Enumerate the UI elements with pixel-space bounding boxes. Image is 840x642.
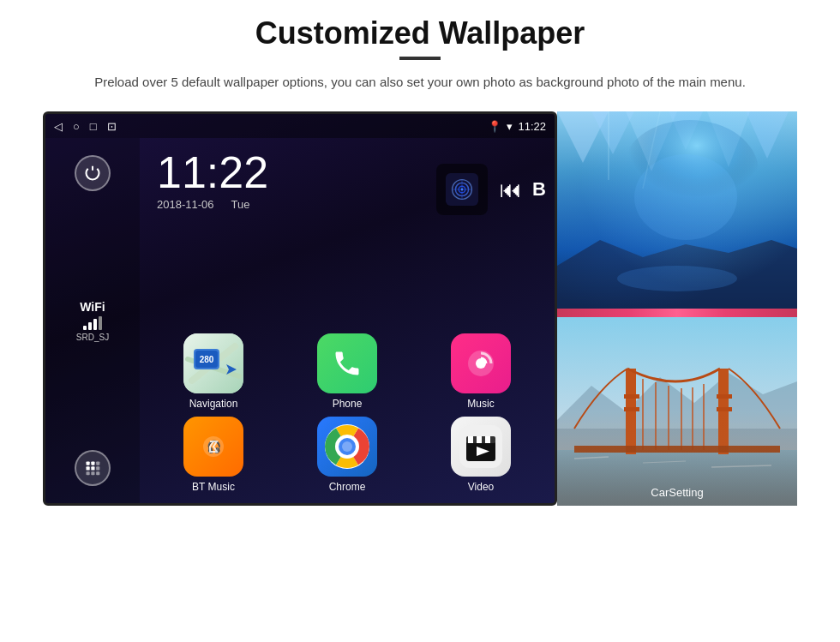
svg-rect-6 bbox=[87, 471, 90, 475]
svg-marker-42 bbox=[669, 111, 703, 150]
page-title: Customized Wallpaper bbox=[255, 15, 585, 51]
navigation-icon: 280 bbox=[183, 333, 243, 393]
app-item-phone[interactable]: Phone bbox=[284, 333, 411, 410]
svg-marker-41 bbox=[626, 111, 677, 171]
prev-track-icon[interactable]: ⏮ bbox=[500, 177, 522, 203]
svg-marker-53 bbox=[557, 429, 797, 454]
svg-rect-36 bbox=[485, 436, 490, 443]
svg-marker-47 bbox=[557, 240, 797, 309]
svg-marker-43 bbox=[707, 111, 750, 167]
svg-rect-2 bbox=[96, 462, 99, 465]
svg-marker-39 bbox=[557, 111, 609, 163]
chrome-icon bbox=[317, 417, 377, 477]
svg-line-57 bbox=[711, 465, 771, 467]
svg-rect-0 bbox=[87, 462, 90, 465]
status-bar-right: 📍 ▾ 11:22 bbox=[488, 120, 546, 133]
svg-rect-59 bbox=[718, 369, 729, 454]
content-area: ◁ ○ □ ⊡ 📍 ▾ 11:22 bbox=[43, 111, 797, 506]
middle-strip bbox=[557, 309, 797, 317]
svg-point-45 bbox=[621, 120, 759, 223]
music-label: Music bbox=[467, 398, 494, 410]
phone-icon bbox=[317, 333, 377, 393]
svg-line-55 bbox=[574, 457, 609, 459]
recent-nav-icon[interactable]: □ bbox=[90, 120, 97, 133]
svg-rect-35 bbox=[477, 436, 482, 443]
wifi-bar-1 bbox=[83, 326, 87, 330]
status-bar-left: ◁ ○ □ ⊡ bbox=[54, 120, 117, 133]
screenshot-nav-icon[interactable]: ⊡ bbox=[107, 120, 117, 133]
svg-point-46 bbox=[634, 154, 737, 240]
bt-music-label: BT Music bbox=[192, 481, 235, 493]
svg-rect-51 bbox=[557, 317, 797, 506]
clock-day-value: Tue bbox=[231, 198, 250, 211]
title-divider bbox=[399, 57, 441, 60]
app-item-video[interactable]: Video bbox=[417, 417, 544, 493]
wifi-bar-3 bbox=[93, 319, 97, 330]
android-main: 11:22 2018-11-06 Tue bbox=[140, 138, 555, 503]
apps-button[interactable] bbox=[75, 450, 111, 486]
navigation-label: Navigation bbox=[189, 398, 238, 410]
svg-rect-38 bbox=[557, 111, 797, 309]
phone-label: Phone bbox=[333, 398, 363, 410]
app-grid: 280 Navigation bbox=[140, 327, 555, 503]
svg-rect-5 bbox=[96, 466, 99, 470]
video-label: Video bbox=[468, 481, 494, 493]
app-item-bt-music[interactable]: 🎧 BT Music bbox=[150, 417, 277, 493]
wifi-bar-4 bbox=[99, 316, 102, 330]
svg-rect-70 bbox=[717, 407, 732, 411]
wallpaper-bridge[interactable]: CarSetting bbox=[557, 317, 797, 506]
svg-rect-34 bbox=[468, 436, 473, 443]
svg-rect-8 bbox=[96, 471, 99, 475]
svg-marker-40 bbox=[591, 111, 634, 154]
music-icon bbox=[451, 333, 511, 393]
clock-date-value: 2018-11-06 bbox=[157, 198, 214, 211]
wifi-bar-2 bbox=[88, 322, 92, 330]
svg-rect-4 bbox=[91, 466, 94, 470]
svg-marker-44 bbox=[746, 111, 789, 159]
android-screen: ◁ ○ □ ⊡ 📍 ▾ 11:22 bbox=[43, 111, 557, 506]
video-icon bbox=[451, 417, 511, 477]
signal-icon: ▾ bbox=[507, 120, 513, 133]
status-bar: ◁ ○ □ ⊡ 📍 ▾ 11:22 bbox=[45, 114, 555, 138]
wifi-ssid: SRD_SJ bbox=[76, 333, 109, 342]
svg-text:280: 280 bbox=[200, 355, 214, 364]
svg-rect-58 bbox=[626, 369, 636, 454]
ice-cave-image bbox=[557, 111, 797, 309]
bridge-image: CarSetting bbox=[557, 317, 797, 506]
left-sidebar: WiFi SRD_SJ bbox=[45, 138, 140, 503]
power-button[interactable] bbox=[75, 155, 111, 191]
svg-rect-69 bbox=[717, 394, 732, 399]
svg-rect-3 bbox=[87, 466, 90, 470]
status-time: 11:22 bbox=[518, 120, 546, 133]
bt-music-icon: 🎧 bbox=[183, 417, 243, 477]
app-item-navigation[interactable]: 280 Navigation bbox=[150, 333, 277, 410]
chrome-label: Chrome bbox=[329, 481, 366, 493]
page-description: Preload over 5 default wallpaper options… bbox=[94, 72, 746, 93]
track-label: B bbox=[532, 178, 546, 201]
wifi-bars bbox=[76, 316, 109, 330]
svg-rect-67 bbox=[624, 394, 639, 399]
wallpaper-panel: CarSetting bbox=[557, 111, 797, 506]
wallpaper-ice-cave[interactable] bbox=[557, 111, 797, 309]
wifi-signal-box bbox=[436, 164, 488, 215]
media-row: ⏮ B bbox=[436, 164, 546, 215]
app-item-music[interactable]: Music bbox=[417, 333, 544, 410]
svg-rect-7 bbox=[91, 471, 94, 475]
wifi-label: WiFi bbox=[76, 300, 109, 314]
svg-point-48 bbox=[617, 266, 737, 291]
svg-line-56 bbox=[643, 461, 686, 463]
svg-point-30 bbox=[342, 441, 352, 452]
svg-rect-1 bbox=[91, 462, 94, 465]
app-item-chrome[interactable]: Chrome bbox=[284, 417, 411, 493]
location-icon: 📍 bbox=[488, 120, 501, 133]
back-nav-icon[interactable]: ◁ bbox=[54, 120, 63, 133]
wifi-info: WiFi SRD_SJ bbox=[76, 300, 109, 342]
svg-rect-68 bbox=[624, 407, 639, 411]
svg-line-50 bbox=[643, 111, 660, 189]
carsetting-label: CarSetting bbox=[651, 486, 703, 499]
svg-rect-66 bbox=[574, 446, 780, 453]
home-nav-icon[interactable]: ○ bbox=[73, 120, 80, 133]
